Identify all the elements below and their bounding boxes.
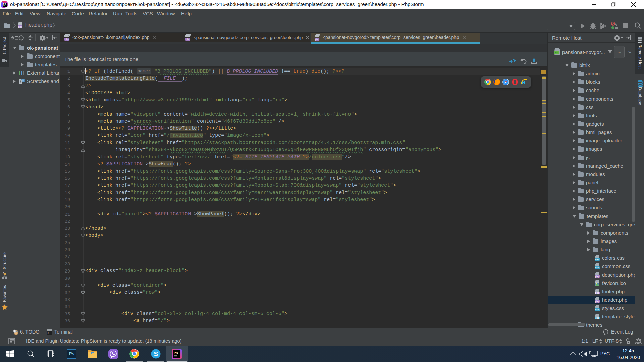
- svg-text:>_: >_: [48, 331, 51, 335]
- svg-text:S: S: [154, 350, 158, 357]
- svg-text:php: php: [18, 25, 22, 28]
- svg-text:ftp: ftp: [555, 51, 558, 54]
- svg-text:PS: PS: [174, 351, 178, 355]
- svg-text:PS: PS: [3, 3, 6, 5]
- svg-text:php: php: [186, 38, 190, 41]
- svg-text:php: php: [65, 38, 69, 41]
- svg-text:php: php: [315, 38, 319, 41]
